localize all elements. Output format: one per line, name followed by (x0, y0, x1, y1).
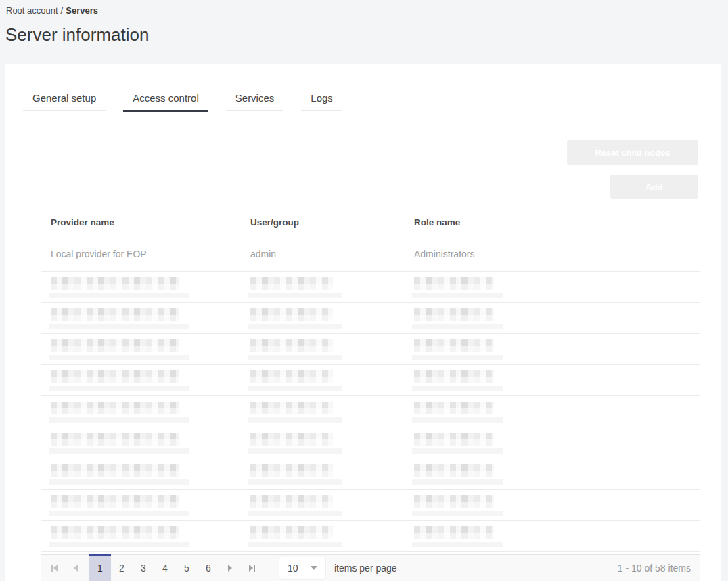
redacted-text-block (250, 338, 414, 360)
cell-provider-name (51, 494, 250, 516)
cell-user-group (250, 400, 414, 423)
redacted-text-block (250, 431, 414, 454)
redacted-text-block (51, 462, 250, 485)
next-page-button[interactable] (219, 555, 241, 581)
cell-provider-name (51, 431, 250, 454)
page-button-5[interactable]: 5 (176, 555, 198, 581)
page-size-dropdown[interactable]: 10 (279, 557, 326, 580)
breadcrumb: Root account/Servers (6, 5, 98, 16)
chevron-down-icon (311, 566, 317, 570)
add-button[interactable]: Add (610, 175, 698, 199)
add-button-underline (605, 205, 704, 205)
breadcrumb-root[interactable]: Root account (6, 5, 58, 16)
table-row (41, 458, 700, 490)
cell-user-group (250, 494, 414, 516)
page-button-2[interactable]: 2 (111, 555, 133, 581)
page-size-value: 10 (288, 563, 298, 574)
previous-page-button[interactable] (65, 555, 87, 581)
column-provider-name[interactable]: Provider name (51, 217, 250, 228)
cell-role-name (414, 400, 700, 423)
redacted-text-block (250, 276, 414, 298)
tab-services[interactable]: Services (226, 88, 284, 111)
table-row (41, 490, 700, 521)
table-body: Local provider for EOPadminAdministrator… (41, 236, 700, 552)
pagination-range-label: 1 - 10 of 58 items (618, 563, 700, 574)
cell-role-name (414, 369, 700, 391)
redacted-text-block (250, 400, 414, 423)
last-page-button[interactable] (241, 555, 263, 581)
table-row (41, 396, 700, 427)
tab-access-control[interactable]: Access control (123, 88, 208, 112)
cell-provider-name (51, 338, 250, 360)
table-row (41, 334, 700, 365)
access-control-table: Provider name User/group Role name Local… (41, 209, 700, 552)
cell-user-group (250, 369, 414, 391)
redacted-text-block (414, 400, 700, 423)
redacted-text-block (51, 338, 250, 360)
table-row (41, 272, 700, 303)
cell-user-group (250, 525, 414, 547)
cell-provider-name (51, 400, 250, 423)
tab-logs[interactable]: Logs (301, 88, 342, 111)
cell-provider-name (51, 369, 250, 391)
redacted-text-block (250, 369, 414, 391)
table-row (41, 427, 700, 458)
page-button-1[interactable]: 1 (89, 555, 111, 581)
breadcrumb-separator: / (61, 5, 64, 16)
redacted-text-block (414, 338, 700, 360)
cell-role-name (414, 462, 700, 485)
column-user-group[interactable]: User/group (250, 217, 414, 228)
page-title: Server information (5, 24, 149, 45)
redacted-text-block (414, 462, 700, 485)
redacted-text-block (51, 307, 250, 329)
reset-child-nodes-button[interactable]: Reset child nodes (567, 140, 698, 165)
table-row (41, 521, 700, 552)
cell-role-name (414, 276, 700, 298)
redacted-text-block (414, 307, 700, 329)
cell-role-name: Administrators (414, 249, 700, 259)
items-per-page-label: items per page (334, 563, 397, 574)
redacted-text-block (250, 462, 414, 485)
cell-role-name (414, 494, 700, 516)
page-button-6[interactable]: 6 (198, 555, 219, 581)
table-header-row: Provider name User/group Role name (41, 209, 700, 236)
cell-provider-name (51, 462, 250, 485)
cell-user-group (250, 338, 414, 360)
redacted-text-block (51, 369, 250, 391)
redacted-text-block (414, 494, 700, 516)
cell-user-group (250, 462, 414, 485)
cell-role-name (414, 525, 700, 547)
cell-user-group (250, 431, 414, 454)
table-row (41, 365, 700, 396)
redacted-text-block (414, 369, 700, 391)
cell-user-group (250, 307, 414, 329)
redacted-text-block (51, 431, 250, 454)
table-row (41, 303, 700, 334)
cell-provider-name (51, 307, 250, 329)
redacted-text-block (51, 400, 250, 423)
content-card: General setupAccess controlServicesLogs … (5, 64, 721, 581)
cell-role-name (414, 307, 700, 329)
redacted-text-block (414, 525, 700, 547)
pagination-bar: 123456 10 items per page 1 - 10 of 58 it… (41, 554, 700, 581)
page-button-4[interactable]: 4 (154, 555, 176, 581)
redacted-text-block (414, 431, 700, 454)
column-role-name[interactable]: Role name (414, 217, 700, 228)
cell-user-group: admin (250, 249, 414, 259)
cell-provider-name (51, 525, 250, 547)
cell-provider-name: Local provider for EOP (51, 249, 250, 259)
page-button-3[interactable]: 3 (133, 555, 154, 581)
redacted-text-block (51, 494, 250, 516)
cell-provider-name (51, 276, 250, 298)
redacted-text-block (250, 307, 414, 329)
table-row: Local provider for EOPadminAdministrator… (41, 236, 700, 272)
redacted-text-block (250, 494, 414, 516)
redacted-text-block (51, 276, 250, 298)
cell-role-name (414, 338, 700, 360)
redacted-text-block (250, 525, 414, 547)
tab-general-setup[interactable]: General setup (23, 88, 106, 111)
first-page-button[interactable] (43, 555, 65, 581)
redacted-text-block (51, 525, 250, 547)
breadcrumb-current: Servers (66, 5, 98, 16)
tab-strip: General setupAccess controlServicesLogs (23, 88, 360, 111)
